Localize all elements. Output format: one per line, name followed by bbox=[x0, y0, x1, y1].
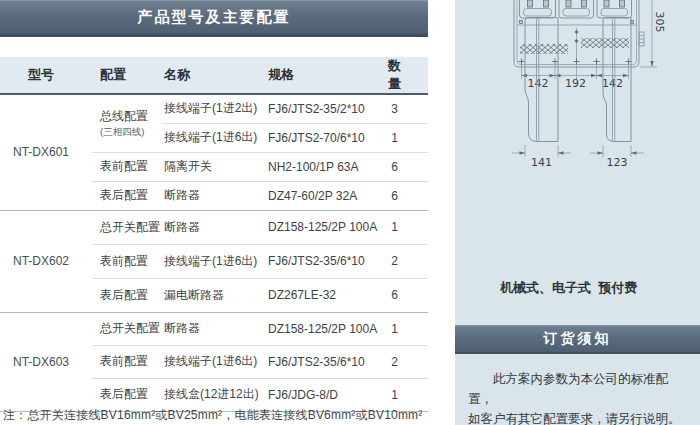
section-title-bar: 产品型号及主要配置 bbox=[0, 0, 428, 37]
qty-cell: 6 bbox=[383, 278, 428, 312]
table-footnote: 注：总开关连接线BV16mm²或BV25mm²，电能表连接线BV6mm²或BV1… bbox=[3, 407, 453, 424]
section-title: 产品型号及主要配置 bbox=[138, 8, 291, 27]
louver-left bbox=[520, 44, 568, 54]
qty-cell: 2 bbox=[383, 244, 428, 278]
name-cell: 接线端子(1进6出) bbox=[162, 244, 265, 278]
dim-192: 192 bbox=[565, 77, 586, 90]
group-ntdx602: NT-DX602 总开关配置 断路器 DZ158-125/2P 100A 1 表… bbox=[0, 210, 428, 312]
config-label: 总线配置 bbox=[100, 108, 162, 125]
spec-cell: FJ6/JTS2-35/2*10 bbox=[265, 94, 383, 123]
fastener-squares bbox=[528, 0, 625, 7]
header-name: 名称 bbox=[162, 57, 265, 94]
group-ntdx603: NT-DX603 总开关配置 断路器 DZ158-125/2P 100A 1 表… bbox=[0, 312, 428, 411]
spec-cell: FJ6/JTS2-35/6*10 bbox=[265, 345, 383, 378]
ordering-line-1: 此方案内参数为本公司的标准配置， bbox=[468, 372, 668, 406]
header-qty: 数量 bbox=[383, 57, 428, 94]
header-model: 型号 bbox=[0, 57, 92, 94]
table-row: NT-DX603 总开关配置 断路器 DZ158-125/2P 100A 1 bbox=[0, 312, 428, 345]
config-cell: 表前配置 bbox=[92, 152, 162, 181]
qty-cell: 1 bbox=[383, 312, 428, 345]
spec-cell: DZ158-125/2P 100A bbox=[265, 210, 383, 244]
qty-cell: 3 bbox=[383, 94, 428, 123]
config-cell: 表前配置 bbox=[92, 345, 162, 378]
header-config: 配置 bbox=[92, 57, 162, 94]
config-cell: 表后配置 bbox=[92, 278, 162, 312]
config-cell: 总开关配置 bbox=[92, 210, 162, 244]
qty-cell: 1 bbox=[383, 123, 428, 152]
latch-detail bbox=[639, 32, 644, 46]
table-row: NT-DX601 总线配置 (三相四线) 接线端子(1进2出) FJ6/JTS2… bbox=[0, 94, 428, 123]
name-cell: 接线端子(1进6出) bbox=[162, 345, 265, 378]
group-ntdx601: NT-DX601 总线配置 (三相四线) 接线端子(1进2出) FJ6/JTS2… bbox=[0, 94, 428, 210]
config-note: (三相四线) bbox=[100, 126, 162, 139]
dim-305: 305 bbox=[653, 12, 666, 33]
name-cell: 接线端子(1进6出) bbox=[162, 123, 265, 152]
model-cell: NT-DX603 bbox=[0, 312, 92, 411]
dim-141: 141 bbox=[531, 156, 552, 169]
ordering-notes-text: 此方案内参数为本公司的标准配置， 如客户有其它配置要求，请另行说明。 bbox=[468, 369, 688, 425]
ordering-notes-bar: 订货须知 bbox=[455, 325, 700, 354]
table-header: 型号 配置 名称 规格 数量 bbox=[0, 57, 428, 94]
name-cell: 断路器 bbox=[162, 181, 265, 210]
drawing-panel: 142 192 142 305 141 12 bbox=[455, 0, 700, 425]
config-cell: 总线配置 (三相四线) bbox=[92, 94, 162, 152]
name-cell: 断路器 bbox=[162, 210, 265, 244]
spec-cell: DZ158-125/2P 100A bbox=[265, 312, 383, 345]
spec-cell: NH2-100/1P 63A bbox=[265, 152, 383, 181]
spec-cell: FJ6/JTS2-35/6*10 bbox=[265, 244, 383, 278]
qty-cell: 1 bbox=[383, 210, 428, 244]
dim-123: 123 bbox=[607, 156, 628, 169]
profile-label-prepaid: 预付费 bbox=[588, 279, 648, 297]
front-view bbox=[514, 0, 644, 67]
meter-box-technical-drawing: 142 192 142 305 141 12 bbox=[455, 0, 700, 300]
spec-cell: FJ6/JTS2-70/6*10 bbox=[265, 123, 383, 152]
front-height-dimension bbox=[640, 0, 657, 67]
ordering-notes-title: 订货须知 bbox=[544, 330, 612, 348]
name-cell: 隔离开关 bbox=[162, 152, 265, 181]
spec-cell: DZ47-60/2P 32A bbox=[265, 181, 383, 210]
spec-cell: DZ267LE-32 bbox=[265, 278, 383, 312]
catalog-page: { "left": { "title": "产品型号及主要配置", "table… bbox=[0, 0, 700, 425]
qty-cell: 2 bbox=[383, 345, 428, 378]
qty-cell: 6 bbox=[383, 181, 428, 210]
louver-right bbox=[581, 38, 629, 48]
table-row: NT-DX602 总开关配置 断路器 DZ158-125/2P 100A 1 bbox=[0, 210, 428, 244]
config-cell: 表后配置 bbox=[92, 181, 162, 210]
name-cell: 漏电断路器 bbox=[162, 278, 265, 312]
name-cell: 接线端子(1进2出) bbox=[162, 94, 265, 123]
header-spec: 规格 bbox=[265, 57, 383, 94]
ordering-line-2: 如客户有其它配置要求，请另行说明。 bbox=[468, 412, 681, 425]
config-cell: 表前配置 bbox=[92, 244, 162, 278]
config-cell: 总开关配置 bbox=[92, 312, 162, 345]
qty-cell: 6 bbox=[383, 152, 428, 181]
dim-142-left: 142 bbox=[528, 77, 549, 90]
model-cell: NT-DX601 bbox=[0, 94, 92, 210]
name-cell: 断路器 bbox=[162, 312, 265, 345]
configuration-table: 型号 配置 名称 规格 数量 NT-DX601 总线配置 (三相四线) 接线端子… bbox=[0, 57, 428, 412]
model-cell: NT-DX602 bbox=[0, 210, 92, 312]
